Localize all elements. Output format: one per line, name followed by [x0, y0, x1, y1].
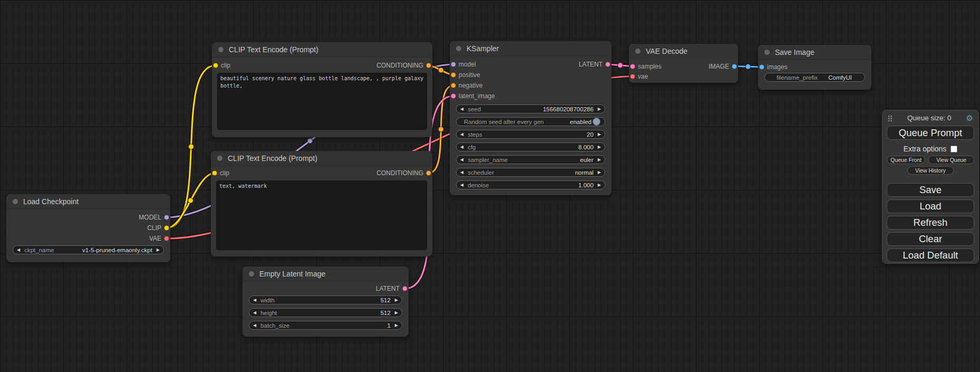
node-title-bar[interactable]: VAE Decode	[629, 44, 738, 59]
io-row: model LATENT	[450, 59, 612, 70]
input-label: clip	[221, 62, 230, 69]
increment-arrow-icon[interactable]: ▶	[598, 158, 601, 162]
port-conditioning-output[interactable]	[426, 63, 431, 68]
port-vae-output[interactable]	[164, 236, 169, 241]
queue-prompt-button[interactable]: Queue Prompt	[887, 126, 974, 140]
port-conditioning-output[interactable]	[426, 170, 431, 176]
widget-random-seed-toggle[interactable]: Random seed after every gen enabled	[456, 117, 605, 126]
extra-options-checkbox[interactable]	[950, 146, 957, 152]
node-empty-latent-image[interactable]: Empty Latent Image LATENT ◀ width 512 ▶ …	[242, 266, 409, 337]
node-ksampler[interactable]: KSampler model LATENT positive negative …	[450, 41, 612, 195]
increment-arrow-icon[interactable]: ▶	[157, 248, 160, 252]
queue-front-button[interactable]: Queue Front	[887, 156, 925, 164]
widget-value: ComfyUI	[828, 74, 852, 81]
port-clip-input[interactable]	[212, 170, 217, 176]
decrement-arrow-icon[interactable]: ◀	[460, 145, 463, 149]
node-collapse-dot[interactable]	[764, 50, 770, 55]
io-row: clip CONDITIONING	[212, 60, 432, 71]
decrement-arrow-icon[interactable]: ◀	[253, 311, 256, 315]
widget-cfg[interactable]: ◀ cfg 8.000 ▶	[456, 142, 605, 151]
widget-ckpt-name[interactable]: ◀ ckpt_name v1-5-pruned-emaonly.ckpt ▶	[13, 245, 164, 254]
port-vae-input[interactable]	[630, 74, 635, 79]
decrement-arrow-icon[interactable]: ◀	[253, 298, 256, 302]
increment-arrow-icon[interactable]: ▶	[395, 311, 398, 315]
decrement-arrow-icon[interactable]: ◀	[460, 183, 463, 187]
widget-steps[interactable]: ◀ steps 20 ▶	[456, 130, 605, 139]
link-midpoint-dot	[745, 64, 751, 69]
load-button[interactable]: Load	[887, 199, 974, 213]
node-title-bar[interactable]: CLIP Text Encode (Prompt)	[211, 151, 432, 166]
extra-options-row: Extra options	[882, 145, 978, 153]
node-collapse-dot[interactable]	[217, 156, 222, 161]
refresh-button[interactable]: Refresh	[887, 216, 974, 230]
port-model-output[interactable]	[164, 215, 169, 220]
node-title: KSampler	[467, 44, 499, 53]
node-collapse-dot[interactable]	[249, 271, 254, 276]
toggle-knob-icon[interactable]	[593, 118, 600, 126]
increment-arrow-icon[interactable]: ▶	[598, 183, 601, 187]
node-vae-decode[interactable]: VAE Decode samples IMAGE vae	[629, 44, 738, 83]
increment-arrow-icon[interactable]: ▶	[598, 145, 601, 149]
widget-value: euler	[580, 157, 594, 163]
widget-batch-size[interactable]: ◀ batch_size 1 ▶	[249, 321, 402, 330]
node-collapse-dot[interactable]	[13, 199, 18, 204]
input-row: positive	[450, 70, 612, 80]
decrement-arrow-icon[interactable]: ◀	[460, 132, 463, 137]
comfy-menu-panel[interactable]: Queue size: 0 ⚙ Queue Prompt Extra optio…	[882, 110, 979, 264]
increment-arrow-icon[interactable]: ▶	[395, 298, 398, 302]
widget-seed[interactable]: ◀ seed 156680208700286 ▶	[456, 104, 605, 113]
node-title-bar[interactable]: Save Image	[758, 45, 871, 60]
prompt-textarea[interactable]: beautiful scenery nature glass bottle la…	[217, 73, 427, 130]
view-history-button[interactable]: View History	[907, 166, 954, 175]
decrement-arrow-icon[interactable]: ◀	[460, 107, 463, 111]
node-clip-text-encode-negative[interactable]: CLIP Text Encode (Prompt) clip CONDITION…	[211, 151, 432, 256]
node-title-bar[interactable]: Load Checkpoint	[6, 194, 170, 209]
settings-gear-icon[interactable]: ⚙	[966, 114, 973, 122]
port-images-input[interactable]	[759, 64, 764, 70]
node-title-bar[interactable]: KSampler	[450, 41, 612, 56]
view-queue-button[interactable]: View Queue	[928, 156, 974, 164]
increment-arrow-icon[interactable]: ▶	[598, 107, 601, 111]
increment-arrow-icon[interactable]: ▶	[598, 132, 601, 137]
port-latent-image-input[interactable]	[451, 93, 456, 99]
widget-height[interactable]: ◀ height 512 ▶	[249, 308, 402, 317]
port-samples-input[interactable]	[630, 64, 635, 69]
port-negative-input[interactable]	[451, 83, 456, 88]
node-collapse-dot[interactable]	[218, 47, 224, 52]
node-title-bar[interactable]: CLIP Text Encode (Prompt)	[212, 42, 432, 57]
port-clip-output[interactable]	[164, 225, 169, 231]
load-default-button[interactable]: Load Default	[887, 249, 974, 262]
widget-denoise[interactable]: ◀ denoise 1.000 ▶	[456, 180, 605, 189]
widget-filename-prefix[interactable]: filename_prefix ComfyUI	[764, 73, 865, 82]
port-positive-input[interactable]	[451, 72, 456, 78]
node-collapse-dot[interactable]	[635, 49, 641, 54]
widget-sampler-name[interactable]: ◀ sampler_name euler ▶	[456, 155, 605, 164]
node-clip-text-encode-positive[interactable]: CLIP Text Encode (Prompt) clip CONDITION…	[212, 42, 432, 137]
port-clip-input[interactable]	[213, 63, 218, 68]
port-latent-output[interactable]	[402, 286, 407, 291]
decrement-arrow-icon[interactable]: ◀	[460, 170, 463, 175]
input-row: negative	[450, 80, 612, 91]
node-title-bar[interactable]: Empty Latent Image	[242, 266, 409, 281]
input-label: negative	[459, 82, 482, 89]
widget-scheduler[interactable]: ◀ scheduler normal ▶	[456, 168, 605, 177]
graph-canvas[interactable]: Load Checkpoint MODEL CLIP VAE ◀ ckpt_na…	[0, 0, 980, 372]
node-load-checkpoint[interactable]: Load Checkpoint MODEL CLIP VAE ◀ ckpt_na…	[6, 194, 170, 262]
port-model-input[interactable]	[451, 62, 456, 67]
prompt-textarea[interactable]: text, watermark	[216, 180, 427, 250]
decrement-arrow-icon[interactable]: ◀	[460, 158, 463, 162]
increment-arrow-icon[interactable]: ▶	[395, 323, 398, 328]
clear-button[interactable]: Clear	[887, 232, 974, 246]
save-button[interactable]: Save	[887, 183, 974, 197]
drag-handle-icon[interactable]	[888, 115, 892, 121]
increment-arrow-icon[interactable]: ▶	[598, 170, 601, 175]
node-save-image[interactable]: Save Image images filename_prefix ComfyU…	[758, 45, 871, 90]
widget-width[interactable]: ◀ width 512 ▶	[249, 295, 402, 304]
port-latent-output[interactable]	[605, 62, 610, 67]
decrement-arrow-icon[interactable]: ◀	[253, 323, 256, 328]
node-collapse-dot[interactable]	[456, 46, 461, 51]
decrement-arrow-icon[interactable]: ◀	[17, 248, 20, 252]
output-label: LATENT	[376, 285, 400, 292]
port-image-output[interactable]	[732, 64, 737, 69]
extra-options-label: Extra options	[904, 145, 947, 153]
